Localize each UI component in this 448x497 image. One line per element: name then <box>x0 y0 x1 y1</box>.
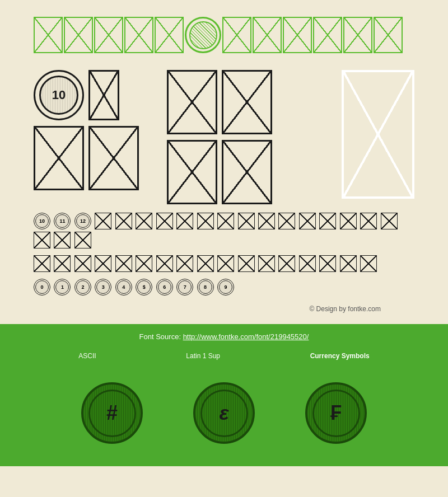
tiny-glyph-12 <box>319 213 336 229</box>
title-glyph-11 <box>343 17 372 53</box>
middle-glyphs <box>167 70 272 204</box>
coin-franc-symbol: ₣ <box>330 401 342 425</box>
tiny-glyph-r2-17 <box>360 255 377 272</box>
tiny-glyph-18 <box>74 232 91 248</box>
display-glyph-2 <box>88 126 139 190</box>
tab-currency-symbols[interactable]: Currency Symbols <box>305 349 375 363</box>
tiny-glyph-r2-3 <box>74 255 91 272</box>
font-source-url: http://www.fontke.com/font/219945520/ <box>183 332 309 341</box>
coin-sym-3: 3 <box>95 279 111 296</box>
icons-row: # ε ₣ <box>34 377 414 449</box>
coin-symbols-row: 0 1 2 3 4 $ 6 7 8 9 <box>34 279 414 298</box>
tiny-glyph-r2-10 <box>217 255 234 272</box>
coin-hash-symbol: # <box>106 401 118 425</box>
tiny-glyph-13 <box>340 213 357 229</box>
tiny-glyph-r2-6 <box>136 255 152 272</box>
tiny-glyph-9 <box>258 213 275 229</box>
coin-sym-0: 0 <box>34 279 50 296</box>
coin-sym-9: 9 <box>217 279 234 296</box>
tab-latin1sup[interactable]: Latin 1 Sup <box>180 349 226 363</box>
middle-row2 <box>167 140 272 204</box>
tiny-glyph-r2-9 <box>197 255 214 272</box>
coin-epsilon: ε <box>193 382 255 444</box>
coin-epsilon-symbol: ε <box>219 401 228 425</box>
tab-ascii[interactable]: ASCII <box>73 349 101 363</box>
coin-hash: # <box>81 382 143 444</box>
tiny-glyph-r2-7 <box>156 255 173 272</box>
small-glyph-1 <box>88 70 119 120</box>
copyright-text: © Design by fontke.com <box>309 305 381 313</box>
small-glyphs-row-2 <box>34 255 414 274</box>
tiny-glyph-7 <box>217 213 234 229</box>
small-coin-11: 11 <box>54 213 71 229</box>
tiny-glyph-3 <box>136 213 152 229</box>
title-glyph-3 <box>94 17 123 53</box>
tiny-glyph-r2-5 <box>115 255 132 272</box>
left-glyphs: 10 <box>34 70 139 190</box>
title-area <box>34 17 414 53</box>
tiny-glyph-r2-14 <box>299 255 316 272</box>
display-section: 10 <box>34 70 414 204</box>
tiny-glyph-6 <box>197 213 214 229</box>
top-section: 10 <box>0 0 448 324</box>
tiny-glyph-17 <box>54 232 71 248</box>
tiny-glyph-16 <box>34 232 50 248</box>
title-glyph-12 <box>374 17 403 53</box>
tiny-glyph-11 <box>299 213 316 229</box>
font-title <box>34 17 414 53</box>
title-glyph-2 <box>64 17 93 53</box>
display-glyph-4 <box>222 70 272 134</box>
title-glyph-8 <box>253 17 282 53</box>
tiny-glyph-4 <box>156 213 173 229</box>
coin-sym-s: $ <box>136 279 152 296</box>
white-display-glyph <box>342 70 414 199</box>
tiny-glyph-14 <box>360 213 377 229</box>
tiny-glyph-15 <box>381 213 398 229</box>
font-source-label: Font Source: <box>139 332 181 341</box>
display-glyph-1 <box>34 126 84 190</box>
tiny-glyph-r2-16 <box>340 255 357 272</box>
coin-sym-7: 7 <box>176 279 193 296</box>
tiny-glyph-r2-4 <box>95 255 111 272</box>
display-glyph-5 <box>167 140 217 204</box>
small-coin-12: 12 <box>74 213 91 229</box>
title-glyph-10 <box>313 17 342 53</box>
coin-sym-8: 8 <box>197 279 214 296</box>
row2-glyphs <box>34 126 139 190</box>
coin-sym-4: 4 <box>115 279 132 296</box>
circle-inner <box>189 21 217 49</box>
coin-number: 10 <box>52 88 66 102</box>
coin-epsilon-inner: ε <box>200 390 248 437</box>
tiny-glyph-r2-15 <box>319 255 336 272</box>
row1-glyphs: 10 <box>34 70 139 120</box>
title-glyph-7 <box>222 17 251 53</box>
display-glyph-3 <box>167 70 217 134</box>
coin-sym-6: 6 <box>156 279 173 296</box>
green-section: Font Source: http://www.fontke.com/font/… <box>0 324 448 466</box>
coin-franc-inner: ₣ <box>312 390 360 437</box>
tiny-glyph-r2-1 <box>34 255 50 272</box>
title-circle-glyph <box>185 17 221 53</box>
title-glyph-4 <box>124 17 153 53</box>
coin-glyph-10: 10 <box>34 70 84 120</box>
middle-row1 <box>167 70 272 134</box>
coin-sym-2: 2 <box>74 279 91 296</box>
title-glyph-9 <box>283 17 312 53</box>
font-source: Font Source: http://www.fontke.com/font/… <box>34 332 414 341</box>
small-glyphs-row-1: 10 11 12 <box>34 213 414 251</box>
tiny-glyph-10 <box>278 213 295 229</box>
coin-franc: ₣ <box>305 382 367 444</box>
tab-nav: ASCII Latin 1 Sup Currency Symbols <box>34 349 414 363</box>
title-glyph-1 <box>34 17 63 53</box>
tiny-glyph-1 <box>95 213 111 229</box>
tiny-glyph-r2-13 <box>278 255 295 272</box>
tiny-glyph-r2-11 <box>238 255 255 272</box>
coin-sym-1: 1 <box>54 279 71 296</box>
tiny-glyph-5 <box>176 213 193 229</box>
tiny-glyph-r2-12 <box>258 255 275 272</box>
tiny-glyph-2 <box>115 213 132 229</box>
display-glyph-6 <box>222 140 272 204</box>
coin-inner: 10 <box>39 76 78 115</box>
copyright: © Design by fontke.com <box>34 302 414 313</box>
small-coin-10: 10 <box>34 213 50 229</box>
